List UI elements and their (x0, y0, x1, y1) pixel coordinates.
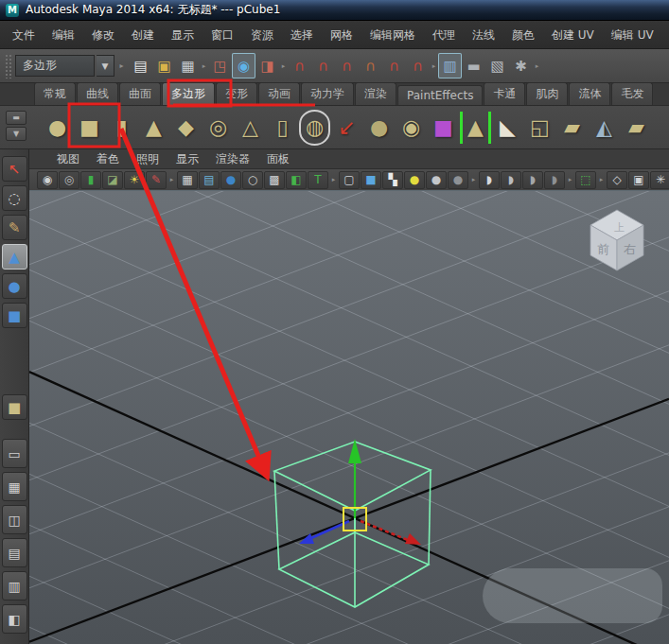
default-light-icon[interactable]: ● (404, 171, 425, 189)
resolution-gate-icon[interactable]: ○ (242, 171, 263, 189)
poly-prism-icon[interactable]: △ (235, 110, 266, 146)
poly-sphere-icon[interactable]: ● (42, 110, 73, 146)
share-icon[interactable]: ✳ (650, 171, 669, 189)
menu-proxy[interactable]: 代理 (424, 21, 464, 49)
panel-menu-shading[interactable]: 着色 (88, 151, 128, 167)
shelf-collapse-button[interactable]: ▼ (6, 127, 26, 141)
menu-modify[interactable]: 修改 (83, 21, 123, 49)
bridge-icon[interactable]: ▰ (556, 110, 588, 146)
viewcube-top-label[interactable]: 上 (614, 221, 625, 234)
menu-window[interactable]: 窗口 (202, 21, 242, 49)
panel-menu-view[interactable]: 视图 (48, 151, 88, 167)
material-bust4-icon[interactable]: ◗ (544, 171, 565, 189)
shelf-tab-hair[interactable]: 毛发 (611, 82, 653, 105)
snap-projected-center-icon[interactable]: ∩ (359, 53, 382, 78)
menu-edit-uv[interactable]: 编辑 UV (603, 21, 662, 49)
four-pane-layout-button[interactable]: ▦ (2, 472, 27, 501)
shelf-tab-surfaces[interactable]: 曲面 (119, 82, 161, 105)
manip-x-arrowhead-icon[interactable] (405, 533, 421, 545)
grid-icon[interactable]: ▦ (177, 171, 198, 189)
material-bust-icon[interactable]: ◗ (479, 171, 500, 189)
menu-display[interactable]: 显示 (163, 21, 202, 49)
shelf-tab-painteffects[interactable]: PaintEffects (397, 85, 483, 105)
duplicate-view-icon[interactable]: ▣ (628, 171, 649, 189)
extrude-icon[interactable]: ◱ (524, 110, 555, 146)
panel-menu-renderer[interactable]: 渲染器 (207, 151, 258, 167)
menu-muscle[interactable]: 肌肉 (662, 21, 669, 49)
last-tool-poly-cube[interactable]: ■ (2, 394, 27, 420)
menu-file[interactable]: 文件 (4, 21, 44, 49)
wedge-icon[interactable]: ◭ (589, 110, 620, 146)
scene-canvas[interactable]: 上 前 右 (29, 191, 669, 644)
group-separator[interactable]: ▸ (279, 53, 288, 78)
outliner-layout-button[interactable]: ◧ (2, 604, 27, 634)
shelf-menu-button[interactable]: ▬ (6, 111, 26, 125)
select-object-icon[interactable]: ◉ (232, 53, 255, 78)
make-live-icon[interactable]: ∩ (406, 53, 430, 78)
menu-assets[interactable]: 资源 (242, 21, 282, 49)
material-bust2-icon[interactable]: ◗ (501, 171, 521, 189)
move-tool[interactable]: ▲ (2, 244, 27, 270)
bookmark-icon[interactable]: ▮ (80, 171, 101, 189)
render-settings-icon[interactable]: ✱ (509, 53, 533, 78)
shelf-tab-deform[interactable]: 变形 (216, 82, 257, 105)
wire-cube-icon[interactable]: ◇ (607, 171, 627, 189)
single-pane-layout-button[interactable]: ▭ (2, 439, 27, 468)
menu-normals[interactable]: 法线 (464, 21, 503, 49)
select-component-icon[interactable]: ◨ (255, 53, 279, 78)
rotate-tool[interactable]: ● (2, 273, 27, 299)
camera-attributes-icon[interactable]: ◎ (59, 171, 79, 189)
snap-point-icon[interactable]: ∩ (335, 53, 359, 78)
menu-color[interactable]: 颜色 (503, 21, 543, 49)
render-current-frame-icon[interactable]: ▬ (462, 53, 485, 78)
group-separator[interactable]: ▸ (430, 53, 438, 78)
render-view-icon[interactable]: ▥ (438, 53, 462, 78)
menu-mesh[interactable]: 网格 (322, 21, 361, 49)
all-lights-icon[interactable]: ● (426, 171, 447, 189)
group-separator[interactable]: ▸ (200, 53, 208, 78)
hypershade-persp-layout-button[interactable]: ▥ (2, 571, 27, 600)
menu-set-dropdown-arrow-icon[interactable]: ▼ (97, 55, 114, 77)
poly-helix-icon[interactable]: ◍ (299, 110, 330, 146)
modeling-toolkit-icon[interactable]: ▲ (460, 112, 491, 144)
shelf-tab-general[interactable]: 常规 (34, 82, 76, 105)
light-icon[interactable]: ☀ (124, 171, 145, 189)
boolean-icon[interactable]: ▰ (621, 110, 652, 146)
menu-edit-mesh[interactable]: 编辑网格 (361, 21, 424, 49)
menu-create-uv[interactable]: 创建 UV (543, 21, 603, 49)
poly-reduce-icon[interactable]: ↙ (331, 110, 362, 146)
panel-menu-show[interactable]: 显示 (167, 151, 207, 167)
panel-separator[interactable]: ▸ (566, 171, 574, 189)
panel-separator[interactable]: ▸ (597, 171, 606, 189)
shadows-icon[interactable]: ● (448, 171, 468, 189)
append-polygon-icon[interactable]: ◣ (492, 110, 523, 146)
group-separator[interactable]: ▸ (533, 53, 541, 78)
select-tool[interactable]: ↖ (2, 156, 27, 182)
field-chart-icon[interactable]: ◧ (286, 171, 307, 189)
panel-separator[interactable]: ▸ (469, 171, 478, 189)
shelf-tab-dynamics[interactable]: 动力学 (301, 82, 354, 105)
textured-icon[interactable]: ▚ (382, 171, 403, 189)
save-scene-icon[interactable]: ▦ (176, 53, 200, 78)
poly-cube-icon[interactable]: ■ (74, 110, 105, 146)
scale-tool[interactable]: ■ (2, 303, 27, 328)
snap-curve-icon[interactable]: ∩ (311, 53, 335, 78)
shelf-tab-curves[interactable]: 曲线 (77, 82, 118, 105)
material-bust3-icon[interactable]: ◗ (522, 171, 543, 189)
menu-set-selector[interactable]: 多边形 (15, 55, 95, 77)
poly-torus-icon[interactable]: ◎ (202, 110, 234, 146)
wireframe-cube-icon[interactable]: ▢ (339, 171, 360, 189)
new-scene-icon[interactable]: ▤ (129, 53, 152, 78)
shelf-tab-animation[interactable]: 动画 (258, 82, 300, 105)
shelf-tab-rendering[interactable]: 渲染 (355, 82, 396, 105)
viewcube-right-label[interactable]: 右 (624, 242, 636, 256)
menu-select[interactable]: 选择 (282, 21, 322, 49)
shaded-sphere-icon[interactable]: ● (220, 171, 241, 189)
paint-icon[interactable]: ✎ (146, 171, 167, 189)
panel-menu-panels[interactable]: 面板 (258, 151, 298, 167)
snap-view-plane-icon[interactable]: ∩ (382, 53, 406, 78)
toolbar-grip[interactable] (5, 54, 11, 78)
panel-separator[interactable]: ▸ (329, 171, 338, 189)
shaded-cube-icon[interactable]: ■ (361, 171, 381, 189)
group-separator[interactable]: ▸ (116, 61, 127, 70)
